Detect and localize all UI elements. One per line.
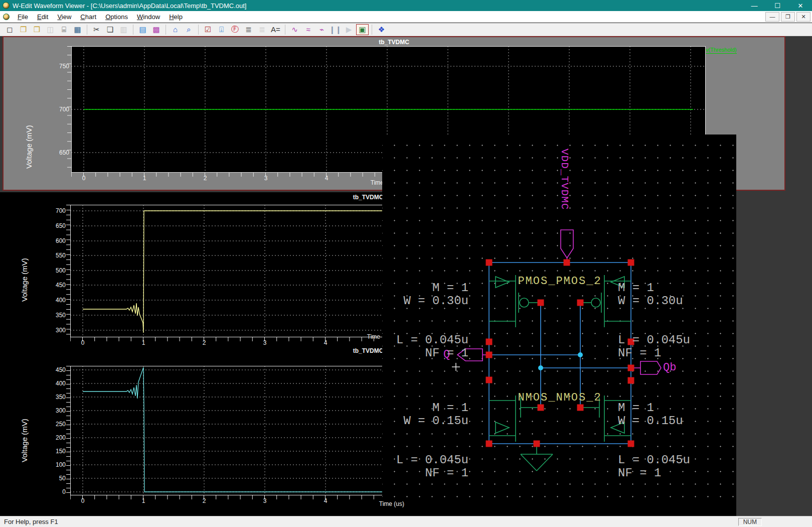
x-tick-label: 1 xyxy=(138,339,148,346)
pmos-right-params: M = 1W = 0.30u L = 0.045uNF = 1 xyxy=(618,255,690,386)
cut-button[interactable]: ✂ xyxy=(90,24,103,35)
paste-button[interactable]: ▥ xyxy=(117,24,130,35)
export-image-icon: ▦ xyxy=(74,25,81,34)
nmos-instance-label[interactable]: NMOS_NMOS_2 xyxy=(515,391,605,404)
trace-label-button[interactable]: A= xyxy=(269,24,282,35)
y-tick-label: 750 xyxy=(51,63,69,70)
y-tick-label: 300 xyxy=(48,407,66,414)
export-image-button[interactable]: ▦ xyxy=(71,24,84,35)
new-chart-icon: ▤ xyxy=(139,25,146,34)
save-icon: ◫ xyxy=(47,25,54,34)
x-tick-label: 4 xyxy=(321,175,332,182)
y-tick-label: 350 xyxy=(48,393,66,401)
minimize-button[interactable]: — xyxy=(743,0,766,11)
pause-button[interactable]: ❙❙ xyxy=(329,24,342,35)
play-icon: ▶ xyxy=(346,25,352,34)
y-axis-label: Voltage (mV) xyxy=(25,125,33,169)
y-tick-label: 350 xyxy=(48,312,66,319)
y-tick-label: 550 xyxy=(48,252,66,259)
menu-options[interactable]: Options xyxy=(101,12,132,22)
y-tick-label: 300 xyxy=(48,327,66,334)
x-tick-label: 0 xyxy=(78,339,88,346)
show-image-icon: ▣ xyxy=(359,25,366,34)
chart-fft-button[interactable]: Ⓕ xyxy=(229,24,241,35)
help-book-button[interactable]: ❖ xyxy=(375,24,388,35)
open-setup-button[interactable]: ❒ xyxy=(31,24,43,35)
num-lock-indicator: NUM xyxy=(738,518,762,526)
add-trace-button[interactable]: ⌁ xyxy=(315,24,328,35)
export-chart-button[interactable]: ⍗ xyxy=(215,24,228,35)
trace-qb xyxy=(83,367,406,492)
menu-chart[interactable]: Chart xyxy=(76,12,101,22)
y-tick-label: 400 xyxy=(48,380,66,387)
cursor-vertical-icon: ∿ xyxy=(291,25,298,34)
menu-help[interactable]: Help xyxy=(165,12,187,22)
x-tick-label: 3 xyxy=(261,175,271,182)
x-tick-label: 0 xyxy=(79,175,89,182)
plot-area-qb[interactable] xyxy=(70,366,406,495)
vdd-port-label[interactable]: VDD_TVDMC xyxy=(559,149,570,210)
w-edit-window: W-Edit Waveform Viewer - [C:\Users\admin… xyxy=(0,0,812,527)
show-image-button[interactable]: ▣ xyxy=(356,24,369,35)
title-bar[interactable]: W-Edit Waveform Viewer - [C:\Users\admin… xyxy=(0,0,812,11)
wires xyxy=(489,262,631,444)
y-tick-label: 0 xyxy=(48,488,66,495)
menu-bar: FileEditViewChartOptionsWindowHelp — ❐ ✕ xyxy=(0,11,812,23)
add-trace-icon: ⌁ xyxy=(319,25,324,34)
plot-area-q[interactable] xyxy=(70,205,404,337)
y-tick-label: 600 xyxy=(48,237,66,244)
junction-dot xyxy=(538,365,543,370)
schematic-canvas[interactable]: VDD_TVDMC Q Qb PMOS_PMOS_2 NMOS_NMOS_2 M… xyxy=(382,135,736,500)
zoom-page-button[interactable]: ⌕ xyxy=(183,24,195,35)
copy-button[interactable]: ❏ xyxy=(104,24,116,35)
child-minimize-button[interactable]: — xyxy=(765,12,779,22)
child-close-button[interactable]: ✕ xyxy=(796,12,810,22)
toolbar-separator xyxy=(198,25,199,35)
x-tick-label: 1 xyxy=(138,497,148,504)
pmos-instance-label[interactable]: PMOS_PMOS_2 xyxy=(515,275,605,288)
nmos-right-params: M = 1W = 0.15u L = 0.045uNF = 1 xyxy=(618,375,690,506)
new-chart-button[interactable]: ▤ xyxy=(136,24,149,35)
y-tick-label: 150 xyxy=(48,448,66,455)
maximize-button[interactable]: ☐ xyxy=(766,0,789,11)
mdi-client-area: tb_TVDMC Voltage (mV) xyxy=(0,36,812,516)
measure-icon: ☑ xyxy=(205,25,211,34)
menu-window[interactable]: Window xyxy=(132,12,165,22)
y-tick-label: 100 xyxy=(48,461,66,468)
junction-dot xyxy=(578,352,583,357)
cursor-vertical-button[interactable]: ∿ xyxy=(288,24,301,35)
menu-file[interactable]: File xyxy=(13,12,33,22)
new-file-button[interactable]: ◻ xyxy=(4,24,16,35)
home-view-button[interactable]: ⌂ xyxy=(169,24,182,35)
document-icon[interactable] xyxy=(3,14,10,20)
play-button[interactable]: ▶ xyxy=(343,24,355,35)
legend-v-threshold[interactable]: v(Threshold) xyxy=(706,47,737,54)
pause-icon: ❙❙ xyxy=(329,25,342,34)
expand-traces-button[interactable]: ≣ xyxy=(242,24,255,35)
child-restore-button[interactable]: ❐ xyxy=(781,12,795,22)
open-file-button[interactable]: ❐ xyxy=(17,24,30,35)
menu-view[interactable]: View xyxy=(53,12,76,22)
save-button[interactable]: ◫ xyxy=(44,24,57,35)
measure-button[interactable]: ☑ xyxy=(202,24,214,35)
x-tick-label: 3 xyxy=(260,497,270,504)
y-tick-label: 450 xyxy=(48,282,66,289)
home-view-icon: ⌂ xyxy=(173,25,178,34)
close-button[interactable]: ✕ xyxy=(789,0,812,11)
chart-fft-icon: Ⓕ xyxy=(231,25,239,34)
menu-edit[interactable]: Edit xyxy=(33,12,53,22)
paste-icon: ▥ xyxy=(120,25,127,34)
y-tick-label: 50 xyxy=(48,475,66,482)
print-button[interactable]: ⌸ xyxy=(58,24,70,35)
cursor-horizontal-icon: ≈ xyxy=(306,25,310,34)
trace-label-icon: A= xyxy=(271,25,280,34)
x-tick-label: 2 xyxy=(199,497,209,504)
x-tick-label: 2 xyxy=(200,175,210,182)
x-tick-label: 2 xyxy=(199,339,209,346)
cursor-horizontal-button[interactable]: ≈ xyxy=(302,24,314,35)
toolbar: ◻❐❒◫⌸▦✂❏▥▤▩⌂⌕☑⍗Ⓕ≣≣A=∿≈⌁❙❙▶▣❖ xyxy=(0,23,812,36)
toolbar-separator xyxy=(285,25,285,35)
collapse-traces-button[interactable]: ≣ xyxy=(256,24,268,35)
y-axis-label: Voltage (mV) xyxy=(20,258,29,302)
chart-setup-button[interactable]: ▩ xyxy=(150,24,163,35)
